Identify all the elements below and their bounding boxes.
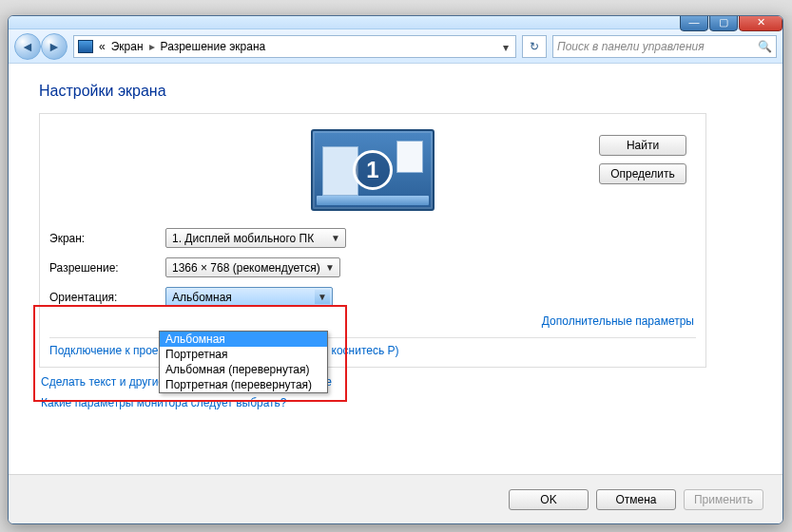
apply-button[interactable]: Применить	[684, 489, 763, 510]
orientation-option[interactable]: Портретная (перевернутая)	[160, 377, 327, 392]
window-close-button[interactable]: ✕	[739, 15, 782, 31]
breadcrumb-seg1[interactable]: Экран	[111, 40, 144, 53]
resolution-select-value: 1366 × 768 (рекомендуется)	[172, 261, 320, 275]
monitor-preview[interactable]: 1	[311, 129, 435, 211]
window-minimize-button[interactable]: —	[680, 15, 708, 31]
content-area: Настройки экрана 1 Найти Определить Экра…	[9, 64, 782, 474]
window-maximize-button[interactable]: ▢	[709, 15, 738, 31]
projector-link-suffix[interactable]: и коснитесь P)	[321, 344, 398, 357]
display-select[interactable]: 1. Дисплей мобильного ПК ▼	[165, 228, 346, 248]
search-input[interactable]: Поиск в панели управления 🔍	[552, 35, 777, 58]
monitor-taskbar-icon	[317, 196, 429, 205]
nav-back-button[interactable]: ◄	[14, 33, 41, 60]
orientation-option[interactable]: Альбомная (перевернутая)	[160, 362, 327, 377]
refresh-button[interactable]: ↻	[522, 35, 547, 58]
dropdown-arrow-icon: ▼	[322, 260, 338, 275]
dropdown-arrow-icon: ▼	[328, 231, 343, 245]
address-bar[interactable]: « Экран ▸ Разрешение экрана ▾	[73, 35, 516, 58]
find-button[interactable]: Найти	[599, 135, 686, 156]
orientation-option[interactable]: Альбомная	[160, 332, 327, 347]
identify-button[interactable]: Определить	[599, 163, 686, 184]
nav-forward-button[interactable]: ►	[41, 33, 68, 60]
monitor-number-badge: 1	[353, 150, 393, 190]
divider	[49, 337, 696, 338]
display-select-value: 1. Дисплей мобильного ПК	[172, 232, 314, 245]
window: — ▢ ✕ ◄ ► « Экран ▸ Разрешение экрана ▾ …	[8, 15, 783, 524]
page-title: Настройки экрана	[39, 83, 744, 100]
address-dropdown-icon[interactable]: ▾	[498, 39, 513, 56]
breadcrumb-prefix: «	[99, 40, 106, 53]
search-icon[interactable]: 🔍	[758, 40, 772, 53]
titlebar: — ▢ ✕	[9, 16, 782, 29]
projector-link-prefix[interactable]: Подключение к проек	[49, 344, 164, 357]
control-panel-icon	[78, 40, 93, 53]
footer: OK Отмена Применить	[9, 474, 782, 523]
search-placeholder: Поиск в панели управления	[557, 40, 705, 53]
breadcrumb-sep-icon: ▸	[149, 40, 155, 53]
display-label: Экран:	[49, 232, 165, 245]
which-params-link[interactable]: Какие параметры монитора следует выбрать…	[41, 396, 287, 409]
monitor-window-icon	[396, 141, 423, 173]
navbar: ◄ ► « Экран ▸ Разрешение экрана ▾ ↻ Поис…	[9, 29, 782, 64]
orientation-select[interactable]: Альбомная ▼	[165, 287, 333, 307]
advanced-params-link[interactable]: Дополнительные параметры	[542, 314, 694, 328]
orientation-select-value: Альбомная	[172, 291, 232, 304]
orientation-option[interactable]: Портретная	[160, 347, 327, 362]
resolution-select[interactable]: 1366 × 768 (рекомендуется) ▼	[165, 257, 340, 277]
orientation-label: Ориентация:	[49, 291, 165, 304]
monitor-preview-row: 1 Найти Определить	[49, 124, 696, 224]
cancel-button[interactable]: Отмена	[596, 489, 676, 510]
ok-button[interactable]: OK	[509, 489, 589, 510]
orientation-dropdown: Альбомная Портретная Альбомная (переверн…	[159, 331, 328, 393]
resolution-label: Разрешение:	[49, 261, 165, 275]
dropdown-arrow-icon: ▼	[315, 290, 330, 304]
display-config-block: 1 Найти Определить Экран: 1. Дисплей моб…	[39, 113, 706, 368]
breadcrumb-seg2[interactable]: Разрешение экрана	[161, 40, 266, 53]
